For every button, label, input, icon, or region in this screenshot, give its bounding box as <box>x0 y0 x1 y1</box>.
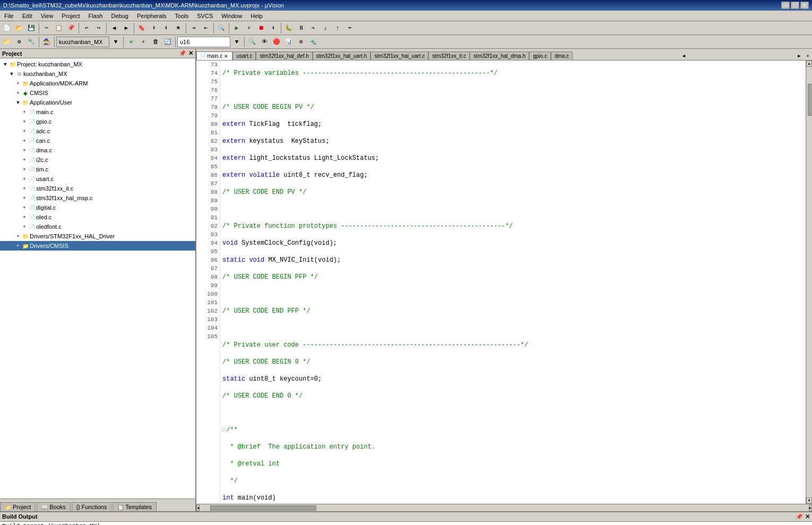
project-dropdown[interactable]: kuozhanban_MX <box>56 37 109 47</box>
scroll-up-arrow[interactable]: ▲ <box>806 61 812 67</box>
editor-tab-dma[interactable]: dma.c <box>551 51 573 60</box>
build-pin-icon[interactable]: 📌 <box>796 513 803 520</box>
step-out-button[interactable]: ↑ <box>332 22 343 34</box>
data-type-dropdown[interactable]: u16 <box>177 37 230 47</box>
scroll-down-arrow[interactable]: ▼ <box>806 497 812 504</box>
tree-item-project-root[interactable]: ▼ 📁 Project: kuozhanban_MX <box>0 59 195 69</box>
menu-file[interactable]: File <box>0 12 18 20</box>
tab-functions[interactable]: {} Functions <box>72 502 111 511</box>
debug-stop-button[interactable]: ⏸ <box>295 22 307 34</box>
stop-button[interactable]: ⏹ <box>255 22 267 34</box>
menu-window[interactable]: Window <box>217 12 246 20</box>
tree-item-adc[interactable]: + 📄 adc.c <box>0 126 195 136</box>
tree-item-stm32-it[interactable]: + 📄 stm32f1xx_it.c <box>0 184 195 193</box>
tree-item-drivers-hal[interactable]: + 📁 Drivers/STM32F1xx_HAL_Driver <box>0 231 195 241</box>
menu-svcs[interactable]: SVCS <box>193 12 217 20</box>
find-button[interactable]: 🔍 <box>215 22 227 34</box>
tab-close-all[interactable]: ✕ <box>804 51 812 60</box>
tree-item-tim[interactable]: + 📄 tim.c <box>0 165 195 174</box>
cut-button[interactable]: ✂ <box>41 22 53 34</box>
project-settings-btn[interactable]: ▼ <box>110 36 122 48</box>
menu-edit[interactable]: Edit <box>18 12 37 20</box>
redo-button[interactable]: ↪ <box>93 22 105 34</box>
pin-icon[interactable]: 📌 <box>179 50 186 57</box>
tree-item-i2c[interactable]: + 📄 i2c.c <box>0 155 195 165</box>
menu-project[interactable]: Project <box>57 12 84 20</box>
nav-back-button[interactable]: ◀ <box>108 22 120 34</box>
editor-tab-gpio[interactable]: gpio.c <box>529 51 551 60</box>
editor-tab-hal-uart-h[interactable]: stm32f1xx_hal_uart.h <box>313 51 371 60</box>
option-btn[interactable]: ⚙ <box>13 36 25 48</box>
fold-icon-94[interactable]: □ <box>222 426 225 434</box>
tree-item-dma[interactable]: + 📄 dma.c <box>0 145 195 155</box>
tree-item-main[interactable]: + 📄 main.c <box>0 107 195 117</box>
nav-forward-button[interactable]: ▶ <box>120 22 132 34</box>
oscilloscope-btn[interactable]: 📊 <box>283 36 295 48</box>
erase-btn[interactable]: 🗑 <box>150 36 161 48</box>
clear-bookmarks-button[interactable]: ✖ <box>172 22 184 34</box>
undo-button[interactable]: ↩ <box>81 22 92 34</box>
tab-nav-left[interactable]: ◀ <box>680 51 688 60</box>
new-file-button[interactable]: 📄 <box>1 22 13 34</box>
tree-item-mdk-arm[interactable]: + 📁 Application/MDK-ARM <box>0 79 195 88</box>
editor-tab-usart[interactable]: usart.c <box>232 51 256 60</box>
menu-view[interactable]: View <box>37 12 58 20</box>
unindent-button[interactable]: ⇤ <box>200 22 212 34</box>
indent-button[interactable]: ⇥ <box>188 22 200 34</box>
menu-help[interactable]: Help <box>246 12 267 20</box>
dropdown-arrow[interactable]: ▼ <box>231 36 243 48</box>
next-bookmark-button[interactable]: ⬇ <box>160 22 172 34</box>
tree-item-oledfont[interactable]: + 📄 oledfont.c <box>0 222 195 231</box>
watch-btn[interactable]: 👁 <box>258 36 270 48</box>
maximize-button[interactable]: □ <box>791 2 799 9</box>
flash-btn[interactable]: ⚡ <box>137 36 149 48</box>
h-scroll-thumb[interactable] <box>210 505 316 511</box>
menu-flash[interactable]: Flash <box>84 12 107 20</box>
build-all-btn[interactable]: ⚒ <box>125 36 137 48</box>
tab-books[interactable]: 📖 Books <box>37 502 71 511</box>
rtx-btn[interactable]: 🔴 <box>271 36 282 48</box>
tree-item-app-user[interactable]: ▼ 📁 Application/User <box>0 98 195 107</box>
tab-templates[interactable]: 📋 Templates <box>113 502 157 511</box>
step-into-button[interactable]: ↓ <box>319 22 331 34</box>
minimize-button[interactable]: — <box>781 2 790 9</box>
tree-item-oled[interactable]: + 📄 oled.c <box>0 212 195 222</box>
close-button[interactable]: ✕ <box>800 2 809 9</box>
code-content[interactable]: /* Private variables -------------------… <box>220 61 806 504</box>
download-button[interactable]: ⬇ <box>267 22 279 34</box>
editor-tab-hal-dma[interactable]: stm32f1xx_hal_dma.h <box>470 51 529 60</box>
copy-button[interactable]: 📋 <box>53 22 65 34</box>
build-close-icon[interactable]: ✕ <box>805 513 810 520</box>
reset-btn[interactable]: 🔄 <box>162 36 174 48</box>
open-file-button[interactable]: 📂 <box>13 22 25 34</box>
editor-tab-hal-uart-c[interactable]: stm32f1xx_hal_uart.c <box>370 51 428 60</box>
prev-bookmark-button[interactable]: ⬆ <box>148 22 160 34</box>
tree-item-usart[interactable]: + 📄 usart.c <box>0 174 195 184</box>
cfg-btn[interactable]: 🔩 <box>307 36 319 48</box>
build-button[interactable]: ▶ <box>231 22 243 34</box>
menu-peripherals[interactable]: Peripherals <box>133 12 171 20</box>
tree-item-can[interactable]: + 📄 can.c <box>0 136 195 145</box>
run-to-cursor-button[interactable]: ➡ <box>344 22 356 34</box>
tab-close-main[interactable]: ✕ <box>223 54 229 59</box>
rebuild-button[interactable]: ⚡ <box>243 22 255 34</box>
paste-button[interactable]: 📌 <box>65 22 77 34</box>
editor-tab-stm32-it[interactable]: stm32f1xx_it.c <box>428 51 470 60</box>
debug-start-button[interactable]: 🐛 <box>283 22 295 34</box>
tree-item-digital[interactable]: + 📄 digital.c <box>0 203 195 212</box>
tree-item-kuozhanban[interactable]: ▼ ⚙ kuozhanban_MX <box>0 69 195 79</box>
close-panel-icon[interactable]: ✕ <box>188 50 193 57</box>
tree-item-drivers-cmsis[interactable]: + 📁 Drivers/CMSIS <box>0 241 195 251</box>
bookmark-button[interactable]: 🔖 <box>136 22 148 34</box>
option2-btn[interactable]: 🔧 <box>25 36 37 48</box>
tree-item-stm32-hal-msp[interactable]: + 📄 stm32f1xx_hal_msp.c <box>0 193 195 203</box>
scroll-thumb[interactable] <box>808 84 812 116</box>
tab-nav-right[interactable]: ▶ <box>795 51 804 60</box>
tab-project[interactable]: 📁 Project <box>0 502 36 511</box>
inspect-btn[interactable]: 🔍 <box>246 36 258 48</box>
toolbox-btn[interactable]: ⚙ <box>295 36 307 48</box>
tree-item-gpio[interactable]: + 📄 gpio.c <box>0 117 195 126</box>
h-scroll-right-arrow[interactable]: ▶ <box>809 505 812 511</box>
tree-item-cmsis[interactable]: + ◆ CMSIS <box>0 88 195 98</box>
save-button[interactable]: 💾 <box>25 22 37 34</box>
